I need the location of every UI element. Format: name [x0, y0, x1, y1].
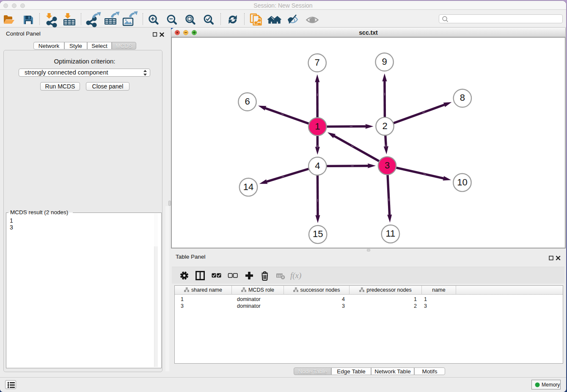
svg-text:4: 4	[315, 160, 320, 171]
svg-text:8: 8	[460, 92, 465, 103]
svg-text:3: 3	[385, 160, 390, 171]
svg-text:2: 2	[382, 121, 387, 131]
svg-text:9: 9	[382, 56, 387, 67]
svg-text:6: 6	[245, 96, 250, 107]
svg-text:1: 1	[315, 121, 320, 132]
svg-text:15: 15	[313, 229, 323, 239]
svg-text:7: 7	[315, 57, 320, 68]
svg-text:10: 10	[457, 177, 467, 188]
svg-text:14: 14	[243, 182, 253, 192]
svg-text:f(x): f(x)	[290, 271, 301, 280]
svg-text:11: 11	[385, 228, 395, 239]
